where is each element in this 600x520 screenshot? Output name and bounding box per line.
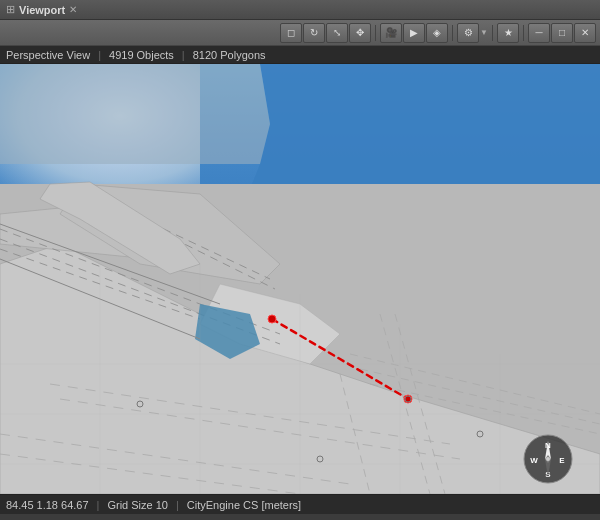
move-button[interactable]: ✥ — [349, 23, 371, 43]
close-window-button[interactable]: ✕ — [574, 23, 596, 43]
toolbar-group-1: ◻ ↻ ⤡ ✥ — [280, 23, 371, 43]
sep2: | — [182, 49, 185, 61]
compass-rose: N S E W — [524, 435, 572, 483]
title-bar: ⊞ Viewport ✕ — [0, 0, 600, 20]
grid-size-label: Grid Size 10 — [107, 499, 168, 511]
settings-button[interactable]: ⚙ — [457, 23, 479, 43]
svg-text:E: E — [559, 456, 565, 465]
svg-point-48 — [546, 457, 550, 461]
viewport-icon: ⊞ — [6, 3, 15, 16]
toolbar-group-5: ─ □ ✕ — [528, 23, 596, 43]
camera-button[interactable]: 🎥 — [380, 23, 402, 43]
toolbar-group-4: ★ — [497, 23, 519, 43]
polygons-count: 8120 Polygons — [193, 49, 266, 61]
maximize-button[interactable]: □ — [551, 23, 573, 43]
coord-system-label: CityEngine CS [meters] — [187, 499, 301, 511]
sep1: | — [98, 49, 101, 61]
status-sep2: | — [176, 499, 179, 511]
scale-button[interactable]: ⤡ — [326, 23, 348, 43]
toolbar: ◻ ↻ ⤡ ✥ 🎥 ▶ ◈ ⚙ ▼ ★ ─ □ ✕ — [0, 20, 600, 46]
svg-text:W: W — [530, 456, 538, 465]
svg-point-27 — [268, 315, 276, 323]
objects-count: 4919 Objects — [109, 49, 174, 61]
status-sep1: | — [97, 499, 100, 511]
minimize-button[interactable]: ─ — [528, 23, 550, 43]
render-button[interactable]: ▶ — [403, 23, 425, 43]
view-mode-label: Perspective View — [6, 49, 90, 61]
coordinates-display: 84.45 1.18 64.67 — [6, 499, 89, 511]
rotate-button[interactable]: ↻ — [303, 23, 325, 43]
viewport[interactable]: N S E W — [0, 64, 600, 494]
view-button[interactable]: ◈ — [426, 23, 448, 43]
toolbar-group-3: ⚙ ▼ — [457, 23, 488, 43]
select-button[interactable]: ◻ — [280, 23, 302, 43]
svg-marker-1 — [0, 64, 270, 164]
title-bar-label: Viewport — [19, 4, 65, 16]
toolbar-group-2: 🎥 ▶ ◈ — [380, 23, 448, 43]
terrain-geometry: N S E W — [0, 64, 600, 494]
status-bottom-bar: 84.45 1.18 64.67 | Grid Size 10 | CityEn… — [0, 494, 600, 514]
close-icon[interactable]: ✕ — [69, 4, 77, 15]
status-top-bar: Perspective View | 4919 Objects | 8120 P… — [0, 46, 600, 64]
bookmark-button[interactable]: ★ — [497, 23, 519, 43]
